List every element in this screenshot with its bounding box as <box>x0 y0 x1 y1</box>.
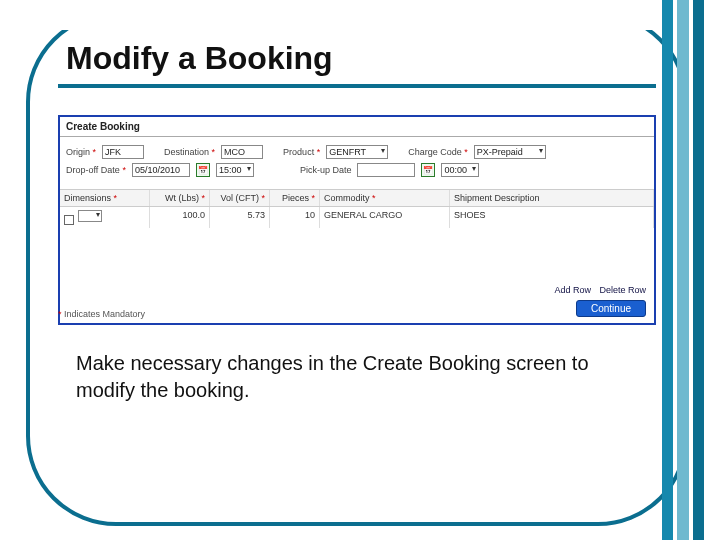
col-pieces: Pieces * <box>270 190 320 206</box>
booking-row-2: Drop-off Date * 05/10/2010 📅 15:00 Pick-… <box>60 161 654 179</box>
col-dimensions: Dimensions * <box>60 190 150 206</box>
destination-input[interactable]: MCO <box>221 145 263 159</box>
panel-heading: Create Booking <box>60 117 654 134</box>
create-booking-panel: Create Booking Origin * JFK Destination … <box>58 115 656 325</box>
col-weight: Wt (Lbs) * <box>150 190 210 206</box>
continue-button[interactable]: Continue <box>576 300 646 317</box>
items-table-header: Dimensions * Wt (Lbs) * Vol (CFT) * Piec… <box>60 189 654 207</box>
cell-weight[interactable]: 100.0 <box>150 207 210 228</box>
add-row-link[interactable]: Add Row <box>554 285 591 295</box>
booking-row-1: Origin * JFK Destination * MCO Product *… <box>60 143 654 161</box>
col-commodity: Commodity * <box>320 190 450 206</box>
calendar-icon[interactable]: 📅 <box>421 163 435 177</box>
cell-volume[interactable]: 5.73 <box>210 207 270 228</box>
cell-dimensions[interactable] <box>60 207 150 228</box>
title-underline <box>58 84 656 88</box>
col-shipment-description: Shipment Description <box>450 190 654 206</box>
dropoff-date-label: Drop-off Date * <box>66 165 126 175</box>
panel-divider <box>60 136 654 137</box>
cell-commodity[interactable]: GENERAL CARGO <box>320 207 450 228</box>
slide-caption: Make necessary changes in the Create Boo… <box>76 350 636 404</box>
col-volume: Vol (CFT) * <box>210 190 270 206</box>
cell-pieces[interactable]: 10 <box>270 207 320 228</box>
pickup-date-label: Pick-up Date <box>300 165 352 175</box>
row-action-links: Add Row Delete Row <box>548 285 646 295</box>
dropoff-date-input[interactable]: 05/10/2010 <box>132 163 190 177</box>
product-select[interactable]: GENFRT <box>326 145 388 159</box>
dimension-select[interactable] <box>78 210 102 222</box>
destination-label: Destination * <box>164 147 215 157</box>
product-label: Product * <box>283 147 320 157</box>
table-row: 100.0 5.73 10 GENERAL CARGO SHOES <box>60 207 654 228</box>
charge-code-select[interactable]: PX-Prepaid <box>474 145 546 159</box>
dropoff-time-select[interactable]: 15:00 <box>216 163 254 177</box>
slide: Modify a Booking Create Booking Origin *… <box>0 0 720 540</box>
cell-shipdesc[interactable]: SHOES <box>450 207 654 228</box>
charge-code-label: Charge Code * <box>408 147 468 157</box>
calendar-icon[interactable]: 📅 <box>196 163 210 177</box>
pickup-date-input[interactable] <box>357 163 415 177</box>
pickup-time-select[interactable]: 00:00 <box>441 163 479 177</box>
row-checkbox[interactable] <box>64 215 74 225</box>
slide-title: Modify a Booking <box>66 40 341 77</box>
origin-input[interactable]: JFK <box>102 145 144 159</box>
origin-label: Origin * <box>66 147 96 157</box>
delete-row-link[interactable]: Delete Row <box>599 285 646 295</box>
mandatory-note: * Indicates Mandatory <box>58 309 145 319</box>
frame-mask <box>60 10 656 30</box>
side-accent-bars <box>662 0 704 540</box>
